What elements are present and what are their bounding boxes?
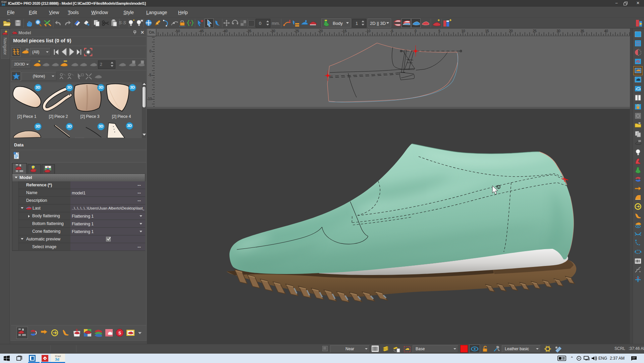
svg-text:ICad: ICad xyxy=(1,1,6,3)
svg-text:3d: 3d xyxy=(2,3,5,6)
svg-text:S: S xyxy=(118,331,121,335)
